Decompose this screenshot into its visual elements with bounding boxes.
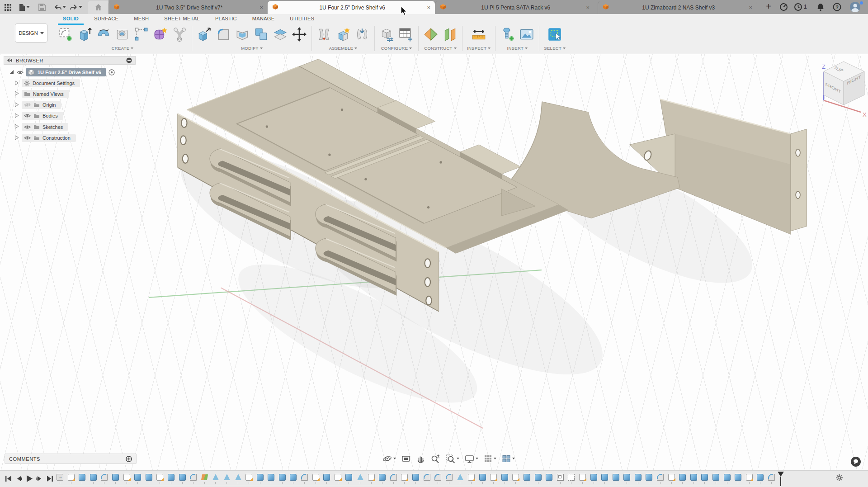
eye-icon[interactable] xyxy=(24,113,31,118)
timeline-settings-gear-icon[interactable] xyxy=(835,474,843,483)
expand-icon[interactable] xyxy=(14,91,20,97)
home-icon[interactable] xyxy=(94,3,102,11)
timeline-feature-mirror[interactable] xyxy=(201,473,208,482)
workspace-selector[interactable]: DESIGN xyxy=(15,24,47,43)
timeline-feature-ext[interactable] xyxy=(257,473,264,482)
gear-icon[interactable] xyxy=(24,80,30,86)
timeline-feature-fil[interactable] xyxy=(657,473,664,482)
press-pull-icon[interactable] xyxy=(197,27,212,42)
revolve-icon[interactable] xyxy=(96,27,111,42)
fillet-icon[interactable] xyxy=(216,27,231,42)
timeline-feature-sketch[interactable] xyxy=(468,473,475,482)
timeline-feature-ext[interactable] xyxy=(613,473,620,482)
pipe-icon[interactable] xyxy=(172,27,187,42)
eye-icon[interactable] xyxy=(24,136,31,140)
timeline-feature-fil[interactable] xyxy=(424,473,431,482)
skip-to-start-button[interactable] xyxy=(5,475,12,482)
redo-menu-caret[interactable] xyxy=(79,6,82,8)
timeline-feature-ext[interactable] xyxy=(757,473,764,482)
job-status-icon[interactable] xyxy=(779,3,788,13)
bell-icon[interactable] xyxy=(816,3,825,13)
timeline-feature-sketch[interactable] xyxy=(335,473,342,482)
timeline-feature-ext[interactable] xyxy=(601,473,609,482)
timeline-feature-sketch[interactable] xyxy=(368,473,375,482)
view-cube[interactable]: Z X TOP FRONT RIGHT xyxy=(812,58,868,121)
folder-icon[interactable] xyxy=(33,113,40,118)
timeline-feature-ext[interactable] xyxy=(168,473,175,482)
step-back-button[interactable] xyxy=(15,475,22,482)
play-button[interactable] xyxy=(25,474,33,483)
timeline-feature-sketch[interactable] xyxy=(512,473,519,482)
browser-item-document-settings[interactable]: Document Settings xyxy=(14,79,80,87)
home-tab[interactable] xyxy=(88,1,109,14)
orbit-tool[interactable] xyxy=(381,453,397,464)
insert-canvas-icon[interactable] xyxy=(519,27,534,42)
timeline-feature-sketch[interactable] xyxy=(312,473,320,482)
timeline-feature-ext[interactable] xyxy=(701,473,708,482)
group-label-modify[interactable]: MODIFY xyxy=(241,46,263,51)
timeline-feature-ext[interactable] xyxy=(323,473,330,482)
activate-component-radio[interactable] xyxy=(108,69,115,76)
timeline-feature-ext[interactable] xyxy=(635,473,642,482)
extrude-icon[interactable] xyxy=(77,27,92,42)
app-grid-icon[interactable] xyxy=(4,3,12,11)
timeline-feature-draft[interactable] xyxy=(357,473,364,482)
window-zoom-tool[interactable] xyxy=(444,453,461,464)
measure-icon[interactable] xyxy=(471,27,486,42)
timeline-feature-ext[interactable] xyxy=(479,473,486,482)
group-label-assemble[interactable]: ASSEMBLE xyxy=(329,46,358,51)
insert-fastener-icon[interactable] xyxy=(500,27,515,42)
timeline-feature-draft[interactable] xyxy=(457,473,464,482)
look-at-tool[interactable] xyxy=(400,454,412,463)
timeline-feature-ext[interactable] xyxy=(735,473,742,482)
timeline-feature-ext[interactable] xyxy=(412,473,420,482)
timeline-feature-ext[interactable] xyxy=(535,473,542,482)
close-tab-icon[interactable]: × xyxy=(259,5,263,10)
display-settings-toggle-icon[interactable] xyxy=(126,57,132,63)
construction-plane-icon[interactable] xyxy=(423,27,439,42)
display-settings[interactable] xyxy=(463,454,480,464)
timeline-feature-ext[interactable] xyxy=(623,473,631,482)
collapse-panel-icon[interactable] xyxy=(7,58,13,62)
timeline-feature-sketch[interactable] xyxy=(579,473,586,482)
combine-icon[interactable] xyxy=(254,27,269,42)
ribbon-tab-surface[interactable]: SURFACE xyxy=(86,14,126,24)
timeline-feature-draft[interactable] xyxy=(235,473,242,482)
timeline-feature-form[interactable] xyxy=(57,473,64,482)
zoom-tool[interactable] xyxy=(429,453,442,464)
close-tab-icon[interactable]: × xyxy=(749,5,752,10)
pan-tool[interactable] xyxy=(415,453,426,464)
document-tab[interactable]: 1U Zimaboard 2 NAS Shelf v3× xyxy=(598,1,757,14)
pattern-icon[interactable] xyxy=(134,27,149,42)
ribbon-tab-plastic[interactable]: PLASTIC xyxy=(208,14,245,24)
expand-icon[interactable] xyxy=(14,113,20,119)
timeline-feature-sketch[interactable] xyxy=(746,473,753,482)
timeline-feature-fil[interactable] xyxy=(101,473,108,482)
timeline-feature-sketch[interactable] xyxy=(68,473,75,482)
select-icon[interactable] xyxy=(547,27,562,42)
group-label-select[interactable]: SELECT xyxy=(544,46,566,51)
configuration-table-icon[interactable] xyxy=(398,27,414,42)
browser-root-item[interactable]: 1U Four 2.5" Drive Shelf v6 xyxy=(9,68,115,76)
folder-icon[interactable] xyxy=(33,103,40,108)
ribbon-tab-manage[interactable]: MANAGE xyxy=(245,14,282,24)
expand-icon[interactable] xyxy=(14,124,20,130)
expand-root-icon[interactable] xyxy=(9,70,14,75)
comments-bar[interactable]: COMMENTS xyxy=(5,454,137,464)
split-body-icon[interactable] xyxy=(273,27,288,42)
timeline-feature-ext[interactable] xyxy=(290,473,297,482)
feedback-badge[interactable] xyxy=(851,457,861,467)
timeline-feature-ext[interactable] xyxy=(679,473,686,482)
form-icon[interactable] xyxy=(153,27,168,42)
timeline-feature-sketch[interactable] xyxy=(668,473,675,482)
expand-icon[interactable] xyxy=(14,102,20,108)
timeline-position-marker[interactable] xyxy=(778,472,784,486)
group-label-configure[interactable]: CONFIGURE xyxy=(381,46,412,51)
display-settings-menu-caret[interactable] xyxy=(476,458,478,459)
timeline-feature-ext[interactable] xyxy=(112,473,119,482)
grid-settings[interactable] xyxy=(482,454,498,464)
new-component-icon[interactable] xyxy=(335,27,351,42)
handle[interactable] xyxy=(316,238,397,296)
joint-icon[interactable] xyxy=(316,27,332,42)
ribbon-tab-mesh[interactable]: MESH xyxy=(126,14,156,24)
